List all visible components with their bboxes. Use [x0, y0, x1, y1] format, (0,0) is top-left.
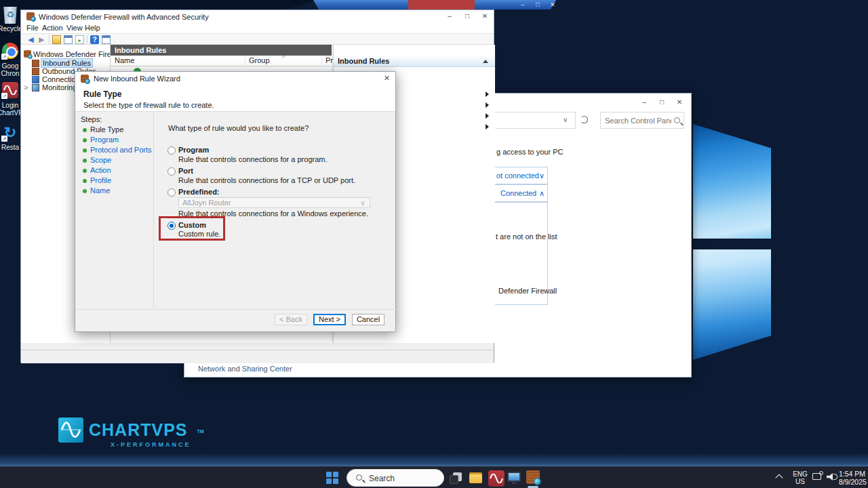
export-list-icon[interactable]: ▸: [75, 35, 84, 44]
minimize-button[interactable]: –: [441, 11, 458, 22]
network-detail-panel: t are not on the list Defender Firewall: [489, 202, 548, 305]
language-line1: ENG: [792, 470, 808, 478]
wizard-title: New Inbound Rule Wizard: [94, 75, 180, 83]
chevron-down-icon: ∨: [360, 198, 366, 208]
network-item-not-connected[interactable]: ot connected ∨: [489, 167, 548, 184]
restart-icon[interactable]: ↻↗: [2, 125, 18, 141]
step-profile[interactable]: Profile: [90, 176, 111, 184]
maximize-button[interactable]: □: [653, 97, 671, 108]
start-button[interactable]: [326, 472, 338, 484]
brand-name: CHARTVPS: [89, 420, 188, 439]
window-pane-icon[interactable]: [102, 35, 111, 44]
menu-file[interactable]: File: [26, 24, 39, 32]
menu-action[interactable]: Action: [42, 24, 63, 32]
recycle-bin-icon[interactable]: ♻: [3, 7, 18, 24]
task-view-icon-front[interactable]: [450, 475, 458, 484]
forward-nav-icon[interactable]: ▶: [37, 35, 46, 44]
control-panel-search-input[interactable]: [600, 112, 684, 129]
back-nav-icon[interactable]: ◀: [26, 35, 35, 44]
network-item-connected[interactable]: Connected ∧: [489, 184, 548, 202]
tray-time: 1:54 PM: [839, 470, 862, 478]
shortcut-arrow-icon: ↗: [1, 136, 7, 142]
column-header-row: Name Group ^ Profile: [111, 56, 332, 66]
file-explorer-icon-front[interactable]: [469, 474, 482, 483]
actions-group-header[interactable]: Inbound Rules: [334, 56, 495, 67]
not-connected-label: ot connected: [496, 171, 539, 180]
steps-label: Steps:: [81, 115, 102, 123]
submenu-arrow-icon[interactable]: [486, 92, 489, 97]
rdp-minimize-button[interactable]: –: [517, 0, 529, 9]
maximize-button[interactable]: □: [458, 11, 476, 22]
step-action[interactable]: Action: [90, 166, 111, 174]
taskbar: Search ENG US 1:54 PM 8/9/2025: [0, 466, 868, 488]
tree-item-inbound-rules[interactable]: Inbound Rules: [41, 59, 92, 67]
rdp-close-button[interactable]: ✕: [547, 0, 559, 9]
radio-program[interactable]: [167, 146, 176, 155]
step-program[interactable]: Program: [90, 136, 119, 144]
monitoring-icon: [32, 84, 39, 92]
radio-port[interactable]: [167, 167, 176, 176]
google-chrome-icon[interactable]: ↗: [2, 43, 18, 59]
firewall-root-icon: [24, 50, 31, 58]
step-name[interactable]: Name: [90, 186, 110, 195]
firewall-taskbar-icon[interactable]: [526, 470, 540, 484]
wizard-titlebar[interactable]: New Inbound Rule Wizard ✕: [75, 72, 395, 85]
refresh-icon[interactable]: [580, 116, 588, 123]
radio-predefined[interactable]: [167, 188, 176, 197]
display-settings-icon[interactable]: [507, 472, 521, 482]
language-line2: US: [792, 478, 808, 485]
column-name[interactable]: Name: [115, 56, 134, 64]
column-group[interactable]: Group: [249, 56, 270, 64]
custom-option-highlight-box: [159, 216, 225, 241]
radio-port-label[interactable]: Port: [178, 167, 193, 175]
next-button[interactable]: Next >: [313, 314, 346, 325]
tree-item-monitoring[interactable]: Monitoring: [42, 83, 77, 92]
firewall-titlebar[interactable]: Windows Defender Firewall with Advanced …: [21, 10, 494, 23]
close-button[interactable]: ✕: [671, 97, 688, 108]
chartvps-tagline: X-PERFORMANCE: [111, 441, 191, 448]
menu-bar: File Action View Help: [21, 23, 494, 33]
collapse-arrow-icon[interactable]: [483, 60, 488, 63]
outbound-rules-icon: [32, 68, 39, 75]
chartvps-app-icon[interactable]: [488, 470, 505, 487]
rdp-restore-button[interactable]: □: [532, 0, 544, 9]
wallpaper-window-pane-top: [693, 124, 771, 239]
step-rule-type[interactable]: Rule Type: [90, 125, 123, 134]
window-icon[interactable]: [64, 35, 73, 44]
search-icon: [356, 474, 362, 481]
clock[interactable]: 1:54 PM 8/9/2025: [839, 470, 862, 486]
back-button[interactable]: < Back: [275, 314, 307, 325]
chevron-up-icon[interactable]: ∧: [539, 189, 545, 198]
recycle-glyph: ♻: [6, 9, 14, 20]
network-sharing-center-link[interactable]: Network and Sharing Center: [198, 365, 292, 373]
close-button[interactable]: ✕: [476, 11, 494, 22]
sort-asc-icon: ^: [282, 54, 285, 61]
close-icon[interactable]: ✕: [384, 74, 390, 83]
submenu-arrow-icon[interactable]: [486, 113, 489, 119]
help-icon[interactable]: ?: [90, 35, 99, 44]
step-protocol-ports[interactable]: Protocol and Ports: [90, 146, 152, 154]
export-doc-icon[interactable]: [52, 35, 61, 44]
address-chevron-down-icon[interactable]: ∨: [563, 116, 568, 123]
minimize-button[interactable]: –: [635, 97, 653, 108]
tree-root[interactable]: Windows Defender Firewall wit: [33, 50, 111, 58]
radio-predefined-label[interactable]: Predefined:: [178, 188, 220, 196]
step-scope[interactable]: Scope: [90, 156, 111, 164]
submenu-arrow-icon[interactable]: [486, 124, 489, 129]
wizard-header: Rule Type Select the type of firewall ru…: [75, 85, 395, 112]
menu-help[interactable]: Help: [85, 24, 100, 32]
radio-program-label[interactable]: Program: [178, 146, 209, 154]
text-fragment-not-on-list: t are not on the list: [496, 232, 557, 241]
expand-arrow-icon[interactable]: >: [24, 83, 28, 92]
login-chartvps-icon[interactable]: ↗: [2, 82, 18, 98]
trademark: TM: [197, 429, 204, 434]
cancel-button[interactable]: Cancel: [352, 314, 384, 325]
submenu-arrow-icon[interactable]: [486, 102, 489, 108]
tray-chevron-up-icon[interactable]: [775, 474, 783, 481]
network-tray-icon[interactable]: [812, 473, 821, 480]
taskbar-search[interactable]: Search: [347, 469, 444, 487]
menu-view[interactable]: View: [66, 24, 83, 32]
taskbar-search-label: Search: [369, 474, 395, 483]
chevron-down-icon[interactable]: ∨: [539, 171, 545, 180]
language-indicator[interactable]: ENG US: [792, 470, 808, 485]
